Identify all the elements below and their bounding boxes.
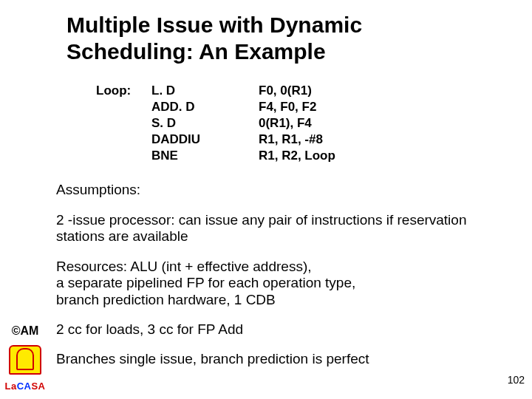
code-row: Loop: L. D F0, 0(R1) [96,83,532,99]
code-op: ADD. D [151,99,259,115]
code-row: ADD. D F4, F0, F2 [96,99,532,115]
code-args: F4, F0, F2 [259,99,316,115]
lacasa-label: LaCASA [4,381,46,392]
code-row: BNE R1, R2, Loop [96,148,532,164]
body-text: Assumptions: 2 -issue processor: can iss… [0,164,532,367]
paragraph: 2 -issue processor: can issue any pair o… [56,212,497,245]
code-row: DADDIU R1, R1, -#8 [96,132,532,148]
paragraph: 2 cc for loads, 3 cc for FP Add [56,321,497,338]
page-number: 102 [508,374,525,386]
title-line-1: Multiple Issue with Dynamic [66,13,362,37]
assumptions-heading: Assumptions: [56,182,497,198]
code-args: R1, R1, -#8 [259,132,323,148]
paragraph: Resources: ALU (int + effective address)… [56,259,497,308]
code-row: S. D 0(R1), F4 [96,115,532,132]
code-op: L. D [151,83,259,99]
code-block: Loop: L. D F0, 0(R1) ADD. D F4, F0, F2 S… [0,65,532,164]
footer-gutter: ©AM LaCASA [4,324,46,392]
code-args: F0, 0(R1) [259,83,312,99]
code-args: R1, R2, Loop [259,148,335,164]
code-op: BNE [151,148,259,164]
loop-label: Loop: [96,83,151,99]
code-op: S. D [151,115,259,132]
code-args: 0(R1), F4 [259,115,312,132]
code-op: DADDIU [151,132,259,148]
slide-title: Multiple Issue with Dynamic Scheduling: … [0,0,532,65]
lacasa-logo-icon [9,345,41,378]
paragraph: Branches single issue, branch prediction… [56,351,497,367]
copyright-am: ©AM [4,324,46,338]
title-line-2: Scheduling: An Example [66,39,326,64]
